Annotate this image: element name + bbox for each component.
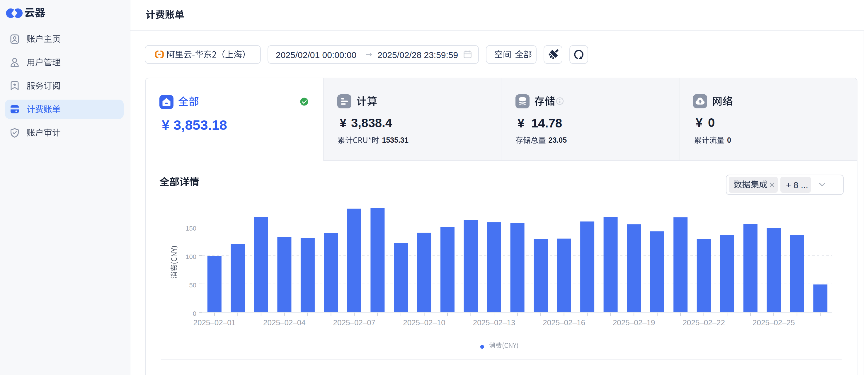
svg-text:2025–02–04: 2025–02–04 [263, 318, 306, 327]
svg-text:2025/02/28 23:59:59: 2025/02/28 23:59:59 [377, 50, 458, 60]
svg-text:+ 8 ...: + 8 ... [786, 180, 808, 190]
svg-text:2025–02–16: 2025–02–16 [543, 318, 585, 327]
svg-text:2025–02–22: 2025–02–22 [682, 318, 725, 327]
svg-text:2025–02–25: 2025–02–25 [752, 318, 795, 327]
svg-text:3,853.18: 3,853.18 [174, 117, 227, 133]
svg-text:¥: ¥ [340, 116, 347, 130]
svg-text:50: 50 [189, 282, 196, 289]
svg-text:150: 150 [186, 225, 196, 232]
svg-text:2025–02–19: 2025–02–19 [613, 318, 655, 327]
svg-text:3,838.4: 3,838.4 [351, 116, 393, 130]
svg-text:2025–02–07: 2025–02–07 [333, 318, 376, 327]
svg-text:¥: ¥ [696, 116, 703, 129]
svg-text:0: 0 [727, 136, 731, 144]
svg-text:2025–02–10: 2025–02–10 [403, 318, 445, 327]
svg-text:¥: ¥ [518, 116, 525, 130]
svg-text:¥: ¥ [162, 117, 169, 133]
svg-text:2025–02–01: 2025–02–01 [193, 318, 236, 327]
svg-text:100: 100 [186, 253, 196, 260]
svg-text:23.05: 23.05 [549, 136, 567, 144]
svg-text:14.78: 14.78 [531, 116, 562, 130]
svg-text:2025–02–13: 2025–02–13 [473, 318, 516, 327]
svg-text:1535.31: 1535.31 [382, 136, 408, 144]
svg-text:0: 0 [193, 310, 196, 317]
svg-text:2025/02/01 00:00:00: 2025/02/01 00:00:00 [276, 50, 356, 60]
svg-text:0: 0 [708, 116, 715, 129]
